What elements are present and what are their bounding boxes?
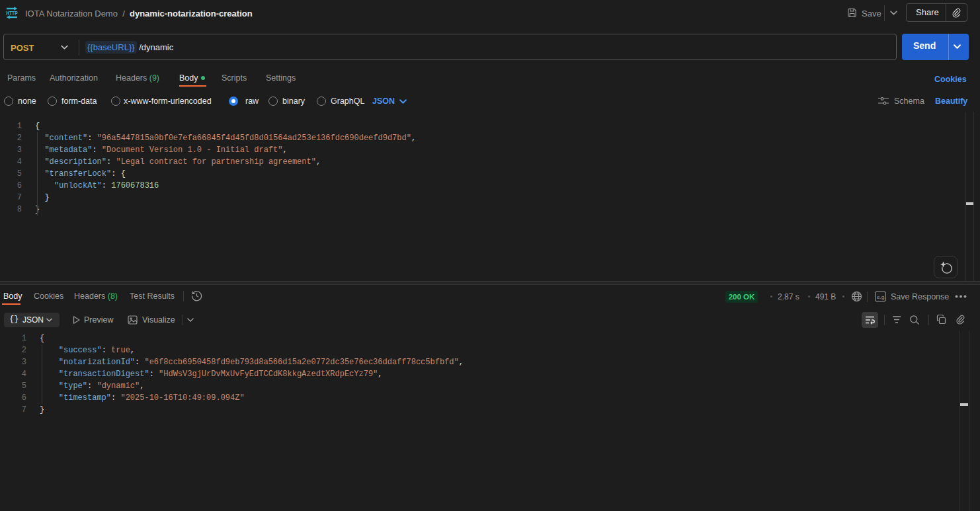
svg-text:e.g.: e.g. bbox=[877, 294, 885, 300]
svg-text:HTTP: HTTP bbox=[6, 10, 18, 17]
